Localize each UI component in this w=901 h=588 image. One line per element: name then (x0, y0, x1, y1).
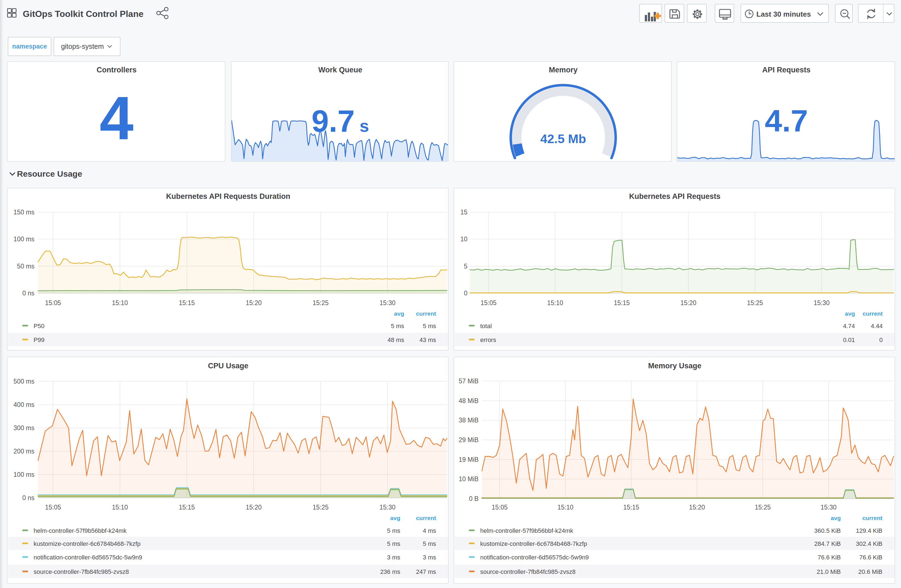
svg-text:15: 15 (460, 208, 468, 216)
svg-text:15:15: 15:15 (179, 504, 195, 511)
svg-text:19 MiB: 19 MiB (458, 456, 479, 463)
svg-text:current: current (862, 515, 882, 521)
svg-text:100 ms: 100 ms (14, 471, 34, 478)
svg-text:15:30: 15:30 (820, 504, 837, 511)
svg-text:48 MiB: 48 MiB (458, 397, 479, 404)
svg-text:150 ms: 150 ms (14, 208, 34, 216)
svg-text:50 ms: 50 ms (17, 263, 34, 270)
svg-text:15:05: 15:05 (480, 299, 497, 306)
svg-text:kustomize-controller-6c6784b46: kustomize-controller-6c6784b468-7kzfp (34, 540, 140, 547)
svg-text:284.7 KiB: 284.7 KiB (814, 540, 841, 547)
svg-text:15:20: 15:20 (689, 504, 705, 511)
svg-text:29 MiB: 29 MiB (458, 436, 479, 443)
svg-text:0 ns: 0 ns (22, 494, 34, 501)
svg-text:236 ms: 236 ms (380, 568, 400, 575)
svg-text:15:15: 15:15 (179, 299, 195, 306)
svg-text:129.4 KiB: 129.4 KiB (856, 527, 882, 534)
svg-text:15:15: 15:15 (614, 299, 630, 306)
svg-text:15:10: 15:10 (557, 504, 574, 511)
svg-text:total: total (480, 323, 492, 330)
svg-text:302.4 KiB: 302.4 KiB (856, 540, 882, 547)
svg-text:15:25: 15:25 (747, 299, 763, 306)
svg-text:avg: avg (390, 515, 400, 521)
svg-text:300 ms: 300 ms (14, 425, 34, 432)
svg-text:76.6 KiB: 76.6 KiB (859, 554, 882, 561)
svg-text:avg: avg (394, 310, 404, 317)
svg-text:errors: errors (480, 336, 496, 343)
svg-text:P99: P99 (34, 336, 44, 343)
svg-text:avg: avg (845, 310, 855, 317)
svg-text:48 ms: 48 ms (388, 336, 404, 343)
svg-text:10: 10 (460, 235, 468, 243)
svg-text:15:25: 15:25 (755, 504, 771, 511)
svg-text:15:05: 15:05 (45, 299, 61, 306)
svg-text:15:20: 15:20 (680, 299, 697, 306)
svg-text:0: 0 (464, 289, 468, 297)
svg-text:5 ms: 5 ms (423, 323, 436, 330)
svg-text:Kubernetes API Requests Durati: Kubernetes API Requests Duration (166, 192, 290, 201)
svg-text:0 B: 0 B (469, 495, 479, 502)
svg-text:100 ms: 100 ms (14, 235, 34, 243)
svg-text:15:20: 15:20 (246, 504, 262, 511)
svg-text:15:30: 15:30 (379, 299, 396, 306)
svg-text:500 ms: 500 ms (14, 378, 34, 385)
svg-text:15:05: 15:05 (492, 504, 508, 511)
svg-text:0: 0 (879, 336, 883, 343)
svg-text:kustomize-controller-6c6784b46: kustomize-controller-6c6784b468-7kzfp (480, 540, 587, 547)
svg-text:42.5 Mb: 42.5 Mb (540, 132, 586, 146)
svg-text:notification-controller-6d5657: notification-controller-6d56575dc-5w9n9 (480, 554, 589, 561)
svg-text:15:25: 15:25 (313, 504, 329, 511)
svg-text:P50: P50 (34, 323, 44, 330)
svg-text:helm-controller-57f9b56bbf-k24: helm-controller-57f9b56bbf-k24mk (34, 527, 127, 534)
svg-text:current: current (416, 515, 436, 521)
svg-text:Last 30 minutes: Last 30 minutes (756, 10, 811, 18)
svg-text:15:10: 15:10 (547, 299, 563, 306)
svg-text:3 ms: 3 ms (387, 554, 400, 561)
svg-text:4: 4 (100, 84, 134, 152)
svg-text:notification-controller-6d5657: notification-controller-6d56575dc-5w9n9 (34, 554, 142, 561)
svg-text:9.7 s: 9.7 s (312, 104, 369, 138)
svg-text:15:15: 15:15 (623, 504, 639, 511)
svg-text:Controllers: Controllers (97, 66, 137, 74)
svg-text:Memory: Memory (549, 66, 578, 74)
svg-text:3 ms: 3 ms (423, 554, 436, 561)
svg-text:avg: avg (831, 515, 841, 521)
svg-text:43 ms: 43 ms (419, 336, 436, 343)
svg-text:Work Queue: Work Queue (318, 66, 363, 74)
svg-text:CPU Usage: CPU Usage (208, 362, 248, 370)
svg-text:current: current (416, 310, 436, 317)
svg-text:15:30: 15:30 (379, 504, 396, 511)
svg-text:200 ms: 200 ms (14, 448, 34, 455)
svg-text:15:10: 15:10 (112, 504, 128, 511)
svg-text:400 ms: 400 ms (14, 401, 34, 408)
svg-text:15:30: 15:30 (814, 299, 830, 306)
svg-text:current: current (863, 310, 883, 317)
svg-text:15:25: 15:25 (313, 299, 329, 306)
svg-text:247 ms: 247 ms (416, 568, 436, 575)
svg-text:source-controller-7fb84fc985-z: source-controller-7fb84fc985-zvsz8 (480, 568, 576, 575)
svg-text:10 MiB: 10 MiB (458, 475, 479, 482)
svg-text:57 MiB: 57 MiB (458, 378, 479, 385)
svg-text:4.44: 4.44 (871, 323, 883, 330)
svg-text:15:10: 15:10 (112, 299, 128, 306)
svg-text:Resource Usage: Resource Usage (17, 169, 82, 178)
svg-text:5 ms: 5 ms (387, 540, 400, 547)
svg-text:Memory Usage: Memory Usage (648, 362, 701, 370)
svg-text:15:05: 15:05 (45, 504, 61, 511)
svg-text:4 ms: 4 ms (423, 527, 436, 534)
svg-text:API Requests: API Requests (762, 66, 811, 74)
svg-text:20.6 MiB: 20.6 MiB (858, 568, 882, 575)
svg-text:4.7: 4.7 (765, 103, 808, 138)
svg-text:5 ms: 5 ms (391, 323, 404, 330)
svg-text:source-controller-7fb84fc985-z: source-controller-7fb84fc985-zvsz8 (34, 568, 129, 575)
svg-text:5: 5 (464, 263, 468, 270)
svg-text:21.0 MiB: 21.0 MiB (817, 568, 841, 575)
svg-text:0.01: 0.01 (843, 336, 855, 343)
svg-text:0 ns: 0 ns (22, 289, 34, 297)
svg-text:5 ms: 5 ms (387, 527, 400, 534)
svg-text:38 MiB: 38 MiB (458, 417, 479, 424)
svg-text:5 ms: 5 ms (423, 540, 436, 547)
svg-text:76.6 KiB: 76.6 KiB (818, 554, 841, 561)
svg-text:4.74: 4.74 (843, 323, 855, 330)
svg-text:360.5 KiB: 360.5 KiB (814, 527, 841, 534)
